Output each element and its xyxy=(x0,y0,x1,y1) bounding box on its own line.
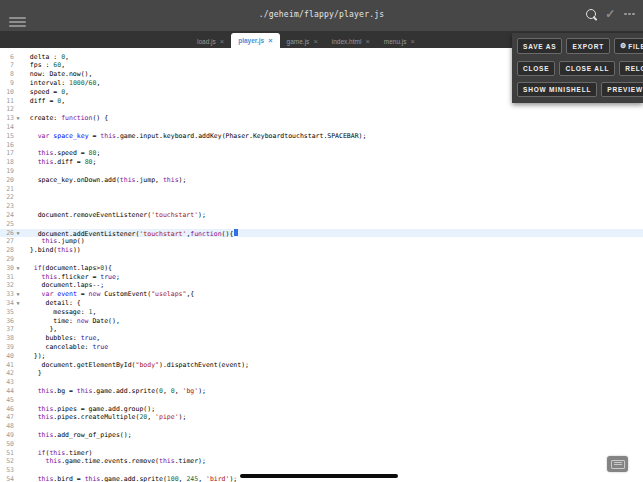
fold-gutter xyxy=(14,334,22,343)
code-line[interactable]: 31 this.flicker = true; xyxy=(0,273,643,282)
code-text: document.laps--; xyxy=(22,281,643,290)
code-line[interactable]: 42 } xyxy=(0,369,643,378)
tab-menu-js[interactable]: menu.js× xyxy=(377,34,422,48)
code-line[interactable]: 37 }, xyxy=(0,325,643,334)
line-number: 41 xyxy=(0,361,14,370)
code-text: } xyxy=(22,369,643,378)
close-button[interactable]: CLOSE xyxy=(517,61,555,76)
code-line[interactable]: 13▼ create: function() { xyxy=(0,114,643,123)
code-line[interactable]: 33▼ var event = new CustomEvent("uselaps… xyxy=(0,290,643,299)
line-number: 16 xyxy=(0,141,14,150)
code-line[interactable]: 23 xyxy=(0,202,643,211)
code-line[interactable]: 15 var space_key = this.game.input.keybo… xyxy=(0,132,643,141)
code-line[interactable]: 17 this.speed = 80; xyxy=(0,149,643,158)
line-number: 29 xyxy=(0,255,14,264)
line-number: 23 xyxy=(0,202,14,211)
more-options-icon[interactable] xyxy=(624,13,635,16)
code-line[interactable]: 47 this.pipes.createMultiple(20, 'pipe')… xyxy=(0,413,643,422)
code-line[interactable]: 34▼ detail: { xyxy=(0,299,643,308)
code-editor[interactable]: 6 delta : 0,7 fps : 60,8 now: Date.now()… xyxy=(0,48,643,482)
code-text xyxy=(22,220,643,229)
line-number: 6 xyxy=(0,53,14,62)
tab-load-js[interactable]: load.js× xyxy=(190,34,231,48)
tab-label: player.js xyxy=(238,37,264,44)
menu-row: SAVE ASEXPORT⚙FILE xyxy=(517,38,638,54)
code-line[interactable]: 24 document.removeEventListener('touchst… xyxy=(0,211,643,220)
line-number: 30 xyxy=(0,264,14,273)
code-line[interactable]: 21 xyxy=(0,185,643,194)
code-line[interactable]: 46 this.pipes = game.add.group(); xyxy=(0,405,643,414)
reload-button[interactable]: RELOAD xyxy=(619,61,643,76)
code-text: this.diff = 80; xyxy=(22,158,643,167)
tab-close-icon[interactable]: × xyxy=(220,37,224,46)
code-line[interactable]: 48 xyxy=(0,422,643,431)
code-line[interactable]: 29 xyxy=(0,255,643,264)
save-as-button[interactable]: SAVE AS xyxy=(517,38,562,54)
tab-player-js[interactable]: player.js× xyxy=(231,33,279,48)
tab-close-icon[interactable]: × xyxy=(313,37,317,46)
button-label: SAVE AS xyxy=(523,43,556,50)
code-line[interactable]: 35 message: 1, xyxy=(0,308,643,317)
home-indicator[interactable] xyxy=(240,474,398,478)
code-line[interactable]: 43 xyxy=(0,378,643,387)
fold-arrow-icon[interactable]: ▼ xyxy=(14,299,22,308)
code-line[interactable]: 14 xyxy=(0,123,643,132)
fold-arrow-icon[interactable]: ▼ xyxy=(14,264,22,273)
code-line[interactable]: 26▼ document.addEventListener('touchstar… xyxy=(0,229,643,238)
fold-arrow-icon[interactable]: ▼ xyxy=(14,114,22,123)
code-line[interactable]: 28 }.bind(this)) xyxy=(0,246,643,255)
code-line[interactable]: 44 this.bg = this.game.add.sprite(0, 0, … xyxy=(0,387,643,396)
gear-icon: ⚙ xyxy=(620,42,626,50)
tab-close-icon[interactable]: × xyxy=(268,36,272,45)
search-icon[interactable] xyxy=(586,9,596,19)
code-line[interactable]: 41 document.getElementById("body").dispa… xyxy=(0,361,643,370)
tab-game-js[interactable]: game.js× xyxy=(280,34,325,48)
fold-gutter xyxy=(14,413,22,422)
code-line[interactable]: 20 space_key.onDown.add(this.jump, this)… xyxy=(0,176,643,185)
code-line[interactable]: 12 xyxy=(0,105,643,114)
fold-gutter xyxy=(14,343,22,352)
code-line[interactable]: 30▼ if(document.laps>0){ xyxy=(0,264,643,273)
code-line[interactable]: 16 xyxy=(0,141,643,150)
code-line[interactable]: 49 this.add_row_of_pipes(); xyxy=(0,431,643,440)
code-line[interactable]: 22 xyxy=(0,193,643,202)
fold-gutter xyxy=(14,361,22,370)
fold-gutter xyxy=(14,449,22,458)
file-button[interactable]: ⚙FILE xyxy=(614,38,643,54)
code-line[interactable]: 18 this.diff = 80; xyxy=(0,158,643,167)
code-line[interactable]: 45 xyxy=(0,396,643,405)
tab-label: index.html xyxy=(332,38,362,45)
export-button[interactable]: EXPORT xyxy=(566,38,610,54)
code-line[interactable]: 50 xyxy=(0,440,643,449)
code-text: }); xyxy=(22,352,643,361)
preview-button[interactable]: PREVIEW xyxy=(601,82,643,97)
close-all-button[interactable]: CLOSE ALL xyxy=(559,61,615,76)
tab-close-icon[interactable]: × xyxy=(411,37,415,46)
code-line[interactable]: 32 document.laps--; xyxy=(0,281,643,290)
fold-gutter xyxy=(14,422,22,431)
code-line[interactable]: 40 }); xyxy=(0,352,643,361)
tab-index-html[interactable]: index.html× xyxy=(325,34,377,48)
code-line[interactable]: 38 bubbles: true, xyxy=(0,334,643,343)
fold-arrow-icon[interactable]: ▼ xyxy=(14,290,22,299)
line-number: 52 xyxy=(0,457,14,466)
line-number: 49 xyxy=(0,431,14,440)
code-line[interactable]: 19 xyxy=(0,167,643,176)
code-line[interactable]: 27 this.jump() xyxy=(0,237,643,246)
tab-label: game.js xyxy=(287,38,310,45)
line-number: 54 xyxy=(0,475,14,482)
code-line[interactable]: 25 xyxy=(0,220,643,229)
fold-arrow-icon[interactable]: ▼ xyxy=(14,229,22,238)
line-number: 47 xyxy=(0,413,14,422)
code-line[interactable]: 51 if(this.timer) xyxy=(0,449,643,458)
check-icon[interactable]: ✓ xyxy=(605,8,615,20)
tab-label: menu.js xyxy=(384,38,407,45)
code-line[interactable]: 52 this.game.time.events.remove(this.tim… xyxy=(0,457,643,466)
keyboard-dismiss-button[interactable] xyxy=(607,456,628,472)
tab-close-icon[interactable]: × xyxy=(365,37,369,46)
code-line[interactable]: 39 cancelable: true xyxy=(0,343,643,352)
fold-gutter xyxy=(14,220,22,229)
code-text: create: function() { xyxy=(22,114,643,123)
code-line[interactable]: 36 time: new Date(), xyxy=(0,317,643,326)
show-minishell-button[interactable]: SHOW MINISHELL xyxy=(517,82,597,97)
